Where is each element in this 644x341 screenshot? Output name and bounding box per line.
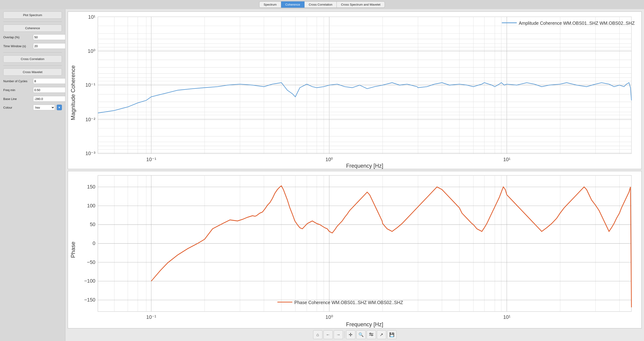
toolbar: ⌂ ← → ✛ 🔍 <box>66 328 644 341</box>
divider-1 <box>3 22 62 22</box>
overlap-input[interactable] <box>33 34 66 40</box>
cross-wavelet-button[interactable]: Cross Wavelet <box>3 68 62 76</box>
colour-select[interactable]: hsv jet viridis plasma <box>33 105 55 110</box>
time-window-row: Time Window (s) ▲ ▼ <box>3 43 62 49</box>
time-window-input[interactable] <box>33 43 66 49</box>
svg-point-125 <box>370 333 371 334</box>
cross-correlation-button[interactable]: Cross Correlation <box>3 55 62 62</box>
colour-row: Colour hsv jet viridis plasma ▼ <box>3 105 62 110</box>
settings-button[interactable] <box>366 330 376 339</box>
coherence-button[interactable]: Coherence <box>3 24 62 32</box>
num-cycles-label: Number of Cycles <box>3 80 31 83</box>
num-cycles-input[interactable] <box>33 78 66 84</box>
svg-text:50: 50 <box>90 221 96 227</box>
divider-2 <box>3 52 62 52</box>
zoom-button[interactable]: 🔍 <box>356 330 366 339</box>
freq-min-row: Freq min ▲ ▼ <box>3 87 62 93</box>
svg-text:Magnitude Coherence: Magnitude Coherence <box>70 66 76 120</box>
pan-icon: ✛ <box>348 332 352 338</box>
home-button[interactable]: ⌂ <box>313 330 322 339</box>
base-line-spinner: ▲ ▼ <box>33 96 66 102</box>
svg-text:Frequency [Hz]: Frequency [Hz] <box>346 321 383 328</box>
trend-icon: ↗ <box>380 332 383 337</box>
svg-text:Amplitude Coherence WM.OBS01..: Amplitude Coherence WM.OBS01..SHZ WM.OBS… <box>519 20 635 26</box>
tab-cross-correlation[interactable]: Cross Correlation <box>304 2 337 8</box>
time-window-spinner: ▲ ▼ <box>33 43 66 49</box>
num-cycles-spinner: ▲ ▼ <box>33 78 66 84</box>
svg-point-127 <box>371 335 372 336</box>
svg-text:10⁰: 10⁰ <box>326 157 333 162</box>
phase-coherence-svg: Phase <box>68 171 642 328</box>
svg-text:10⁻¹: 10⁻¹ <box>86 82 96 88</box>
sidebar: Plot Spectrum Coherence Overlap (%) ▲ ▼ … <box>0 9 66 341</box>
overlap-row: Overlap (%) ▲ ▼ <box>3 34 62 40</box>
svg-text:Phase: Phase <box>70 242 76 258</box>
save-button[interactable]: 💾 <box>387 330 396 339</box>
amplitude-coherence-svg: Magnitude Coherence <box>68 12 642 169</box>
main-layout: Plot Spectrum Coherence Overlap (%) ▲ ▼ … <box>0 9 644 341</box>
chart-area: Magnitude Coherence <box>66 9 644 341</box>
amplitude-coherence-chart: Magnitude Coherence <box>68 12 642 169</box>
save-icon: 💾 <box>389 332 394 337</box>
back-icon: ← <box>326 332 330 337</box>
charts-container: Magnitude Coherence <box>66 9 644 328</box>
freq-min-input[interactable] <box>33 87 66 93</box>
svg-text:100: 100 <box>87 202 96 208</box>
svg-text:150: 150 <box>87 184 96 190</box>
base-line-label: Base Line <box>3 97 31 101</box>
overlap-spinner: ▲ ▼ <box>33 34 66 40</box>
back-button[interactable]: ← <box>324 330 333 339</box>
svg-text:Frequency [Hz]: Frequency [Hz] <box>346 163 383 169</box>
svg-text:10¹: 10¹ <box>503 314 510 320</box>
colour-dropdown-button[interactable]: ▼ <box>57 105 62 110</box>
forward-button[interactable]: → <box>334 330 343 339</box>
home-icon: ⌂ <box>316 332 319 337</box>
base-line-row: Base Line ▲ ▼ <box>3 96 62 102</box>
svg-text:0: 0 <box>93 240 96 246</box>
forward-icon: → <box>336 332 340 337</box>
svg-text:10⁻³: 10⁻³ <box>86 151 96 156</box>
svg-text:−150: −150 <box>84 296 95 303</box>
svg-text:10⁰: 10⁰ <box>326 314 333 320</box>
svg-text:10¹: 10¹ <box>503 157 510 162</box>
tab-cross-spectrum-wavelet[interactable]: Cross Spectrum and Wavelet <box>337 2 385 8</box>
base-line-input[interactable] <box>33 96 66 102</box>
freq-min-label: Freq min <box>3 88 31 92</box>
tab-spectrum[interactable]: Spectrum <box>259 2 281 8</box>
top-navigation: Spectrum Coherence Cross Correlation Cro… <box>0 0 644 9</box>
pan-button[interactable]: ✛ <box>346 330 356 339</box>
tab-coherence[interactable]: Coherence <box>281 2 305 8</box>
svg-text:10⁻¹: 10⁻¹ <box>146 314 156 320</box>
svg-text:Phase Coherence WM.OBS01..SHZ : Phase Coherence WM.OBS01..SHZ WM.OBS02..… <box>294 300 403 305</box>
toolbar-separator-1 <box>344 331 345 338</box>
svg-text:−100: −100 <box>84 278 95 284</box>
overlap-label: Overlap (%) <box>3 36 31 39</box>
phase-coherence-chart: Phase <box>68 171 642 328</box>
trend-button[interactable]: ↗ <box>377 330 386 339</box>
divider-3 <box>3 66 62 66</box>
svg-text:10⁰: 10⁰ <box>88 48 96 54</box>
time-window-label: Time Window (s) <box>3 44 31 48</box>
colour-label: Colour <box>3 106 31 109</box>
freq-min-spinner: ▲ ▼ <box>33 87 66 93</box>
num-cycles-row: Number of Cycles ▲ ▼ <box>3 78 62 84</box>
svg-text:10⁻²: 10⁻² <box>86 116 96 122</box>
svg-text:−50: −50 <box>87 259 95 265</box>
plot-spectrum-button[interactable]: Plot Spectrum <box>3 12 62 19</box>
zoom-icon: 🔍 <box>358 332 364 337</box>
svg-text:10⁻¹: 10⁻¹ <box>146 157 156 162</box>
settings-icon <box>369 332 374 337</box>
svg-text:10¹: 10¹ <box>88 14 96 20</box>
